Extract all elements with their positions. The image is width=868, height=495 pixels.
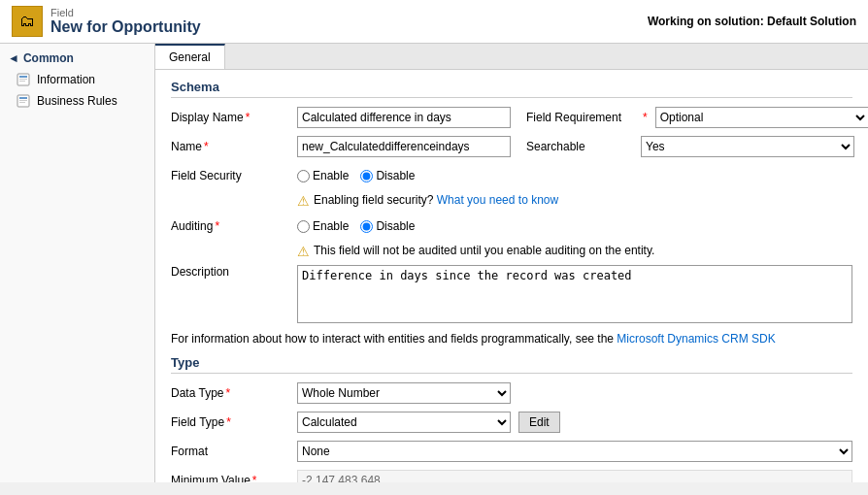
auditing-label: Auditing* xyxy=(171,219,297,233)
entity-icon: 🗂 xyxy=(12,6,43,37)
warning-icon-auditing: ⚠ xyxy=(297,244,310,259)
information-icon xyxy=(16,72,31,87)
auditing-row: Auditing* Enable Disable xyxy=(171,214,852,238)
schema-section-title: Schema xyxy=(171,80,852,98)
sidebar: ◄ Common Information Business Rules xyxy=(0,44,155,482)
svg-rect-3 xyxy=(19,81,25,82)
data-type-select[interactable]: Whole Number Single Line of Text Two Opt… xyxy=(297,382,511,404)
content-area: General Schema Display Name* Field Requi… xyxy=(155,44,868,482)
sdk-info-row: For information about how to interact wi… xyxy=(171,332,852,346)
tab-general[interactable]: General xyxy=(155,44,225,69)
auditing-enable-label[interactable]: Enable xyxy=(297,219,349,233)
field-security-label: Field Security xyxy=(171,169,297,182)
svg-rect-1 xyxy=(19,76,27,78)
sidebar-section-label: Common xyxy=(23,51,74,65)
field-type-row: Field Type* Calculated Simple Rollup Edi… xyxy=(171,411,852,434)
header-title-block: Field New for Opportunity xyxy=(50,7,201,36)
field-security-disable-radio[interactable] xyxy=(360,170,373,182)
display-name-label: Display Name* xyxy=(171,111,297,124)
field-security-enable-radio[interactable] xyxy=(297,170,310,182)
auditing-disable-label[interactable]: Disable xyxy=(360,219,415,233)
type-section-title: Type xyxy=(171,355,852,374)
description-row: Description Difference in days since the… xyxy=(171,265,852,326)
name-input[interactable] xyxy=(297,136,511,157)
display-name-control: Field Requirement* Optional Business Req… xyxy=(297,107,868,128)
tab-bar: General xyxy=(155,44,868,70)
sidebar-item-information[interactable]: Information xyxy=(0,69,154,90)
sidebar-item-information-label: Information xyxy=(37,73,95,86)
warning-icon-security: ⚠ xyxy=(297,193,310,209)
description-textarea[interactable]: Difference in days since the record was … xyxy=(297,265,852,323)
name-label: Name* xyxy=(171,140,297,153)
auditing-info-text: This field will not be audited until you… xyxy=(314,244,654,257)
form-body: Schema Display Name* Field Requirement* … xyxy=(155,70,868,482)
name-row: Name* Searchable Yes No xyxy=(171,135,852,158)
business-rules-icon xyxy=(16,93,31,109)
header-subtitle: Field xyxy=(50,7,201,18)
working-on-label: Working on solution: Default Solution xyxy=(648,15,856,28)
field-requirement-label: Field Requirement xyxy=(526,111,633,124)
svg-rect-5 xyxy=(19,97,27,99)
auditing-radio-group: Enable Disable xyxy=(297,219,415,233)
field-security-control: Enable Disable xyxy=(297,169,852,182)
searchable-label: Searchable xyxy=(526,140,633,153)
name-control: Searchable Yes No xyxy=(297,136,854,157)
minimum-value-label: Minimum Value* xyxy=(171,474,297,482)
field-security-info-row: ⚠ Enabling field security? What you need… xyxy=(297,193,852,209)
sidebar-section-header: ◄ Common xyxy=(0,48,154,69)
display-name-input[interactable] xyxy=(297,107,511,128)
display-name-row: Display Name* Field Requirement* Optiona… xyxy=(171,106,852,129)
field-security-enable-label[interactable]: Enable xyxy=(297,169,349,182)
minimum-value-row: Minimum Value* -2,147,483,648 xyxy=(171,469,852,482)
description-label: Description xyxy=(171,265,297,279)
field-type-control: Calculated Simple Rollup Edit xyxy=(297,412,852,433)
header-left: 🗂 Field New for Opportunity xyxy=(12,6,201,37)
sdk-link[interactable]: Microsoft Dynamics CRM SDK xyxy=(617,332,775,346)
svg-rect-6 xyxy=(19,100,27,101)
field-type-label: Field Type* xyxy=(171,415,297,429)
format-control: None Duration Time Zone Language Locale xyxy=(297,441,852,462)
field-security-row: Field Security Enable Disable xyxy=(171,164,852,187)
svg-rect-2 xyxy=(19,79,27,80)
field-security-disable-label[interactable]: Disable xyxy=(360,169,415,182)
sidebar-item-business-rules[interactable]: Business Rules xyxy=(0,90,154,112)
format-label: Format xyxy=(171,445,297,458)
auditing-info-row: ⚠ This field will not be audited until y… xyxy=(297,244,852,259)
auditing-enable-radio[interactable] xyxy=(297,220,310,233)
header-title: New for Opportunity xyxy=(50,18,201,36)
field-requirement-select[interactable]: Optional Business Required Business Reco… xyxy=(655,107,868,128)
format-select[interactable]: None Duration Time Zone Language Locale xyxy=(297,441,852,462)
field-security-info-text: Enabling field security? What you need t… xyxy=(314,193,558,207)
minimum-value-display: -2,147,483,648 xyxy=(297,470,852,482)
format-row: Format None Duration Time Zone Language … xyxy=(171,440,852,463)
edit-button[interactable]: Edit xyxy=(518,412,560,433)
data-type-label: Data Type* xyxy=(171,386,297,400)
sidebar-item-business-rules-label: Business Rules xyxy=(37,94,117,108)
description-area: Difference in days since the record was … xyxy=(297,265,852,326)
svg-rect-7 xyxy=(19,102,25,103)
display-name-required: * xyxy=(246,111,250,124)
searchable-select[interactable]: Yes No xyxy=(641,136,854,157)
header-bar: 🗂 Field New for Opportunity Working on s… xyxy=(0,0,868,44)
what-you-need-to-know-link[interactable]: What you need to know xyxy=(437,193,558,207)
collapse-icon[interactable]: ◄ xyxy=(8,51,19,65)
minimum-value-control: -2,147,483,648 xyxy=(297,470,852,482)
data-type-row: Data Type* Whole Number Single Line of T… xyxy=(171,381,852,405)
data-type-control: Whole Number Single Line of Text Two Opt… xyxy=(297,382,852,404)
auditing-control: Enable Disable xyxy=(297,219,852,233)
field-security-radio-group: Enable Disable xyxy=(297,169,415,182)
auditing-disable-radio[interactable] xyxy=(360,220,373,233)
main-layout: ◄ Common Information Business Rules Gene… xyxy=(0,44,868,482)
field-type-select[interactable]: Calculated Simple Rollup xyxy=(297,412,511,433)
